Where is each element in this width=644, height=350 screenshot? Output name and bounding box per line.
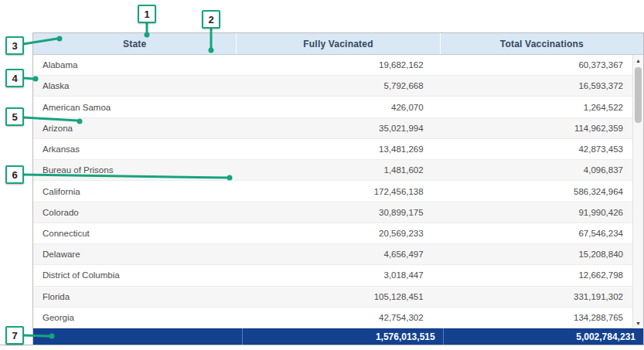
- cell-state: Bureau of Prisons: [33, 165, 233, 175]
- column-header-total-vaccinations[interactable]: Total Vaccinations: [440, 33, 643, 54]
- cell-total-vaccinations: 12,662,798: [433, 270, 632, 280]
- total-row-total-vaccinations: 5,002,784,231: [443, 328, 643, 345]
- table-row[interactable]: Arkansas13,481,26942,873,453: [33, 139, 632, 160]
- cell-fully-vaccinated: 20,569,233: [233, 229, 432, 238]
- annotation-step-4: 4: [5, 69, 24, 87]
- cell-state: Georgia: [33, 313, 233, 322]
- cell-total-vaccinations: 60,373,367: [433, 60, 632, 70]
- column-header-state[interactable]: State: [33, 33, 236, 54]
- table-row[interactable]: American Samoa426,0701,264,522: [33, 97, 632, 117]
- annotation-step-5: 5: [5, 107, 24, 126]
- cell-state: Alaska: [33, 81, 233, 90]
- cell-total-vaccinations: 586,324,964: [433, 187, 632, 196]
- table-row[interactable]: Florida105,128,451331,191,302: [33, 287, 632, 308]
- annotation-step-7: 7: [5, 326, 24, 345]
- table-row[interactable]: District of Columbia3,018,44712,662,798: [33, 265, 632, 286]
- cell-state: Arizona: [33, 124, 233, 133]
- table-body-wrap: Alabama19,682,16260,373,367Alaska5,792,6…: [33, 55, 643, 328]
- cell-state: Alabama: [33, 60, 233, 70]
- scroll-down-icon[interactable]: ▼: [633, 318, 643, 328]
- cell-state: Connecticut: [33, 229, 233, 238]
- cell-fully-vaccinated: 30,899,175: [233, 208, 432, 217]
- cell-total-vaccinations: 4,096,837: [433, 165, 632, 175]
- cell-total-vaccinations: 42,873,453: [433, 144, 632, 154]
- column-header-fully-vaccinated[interactable]: Fully Vacinated: [236, 33, 439, 54]
- cell-state: Florida: [33, 292, 233, 301]
- cell-fully-vaccinated: 19,682,162: [233, 60, 432, 70]
- table-row[interactable]: Delaware4,656,49715,208,840: [33, 244, 632, 265]
- cell-total-vaccinations: 114,962,359: [433, 124, 632, 133]
- cell-fully-vaccinated: 35,021,994: [233, 124, 432, 133]
- table-row[interactable]: California172,456,138586,324,964: [33, 181, 632, 202]
- annotation-step-1: 1: [138, 5, 156, 23]
- cell-total-vaccinations: 67,546,234: [433, 229, 632, 238]
- cell-total-vaccinations: 134,288,765: [433, 313, 632, 322]
- table-body[interactable]: Alabama19,682,16260,373,367Alaska5,792,6…: [33, 55, 632, 328]
- cell-total-vaccinations: 331,191,302: [433, 292, 632, 301]
- panel-bottom-divider: [0, 345, 644, 345]
- annotation-step-3: 3: [5, 36, 24, 55]
- annotation-step-6: 6: [5, 165, 24, 184]
- annotation-step-2: 2: [202, 10, 220, 29]
- cell-state: American Samoa: [33, 103, 233, 112]
- cell-state: California: [33, 187, 233, 196]
- cell-fully-vaccinated: 42,754,302: [233, 313, 432, 322]
- cell-fully-vaccinated: 1,481,602: [233, 165, 432, 175]
- cell-state: District of Columbia: [33, 270, 233, 280]
- cell-fully-vaccinated: 13,481,269: [233, 144, 432, 154]
- table-row[interactable]: Alaska5,792,66816,593,372: [33, 76, 632, 97]
- cell-total-vaccinations: 91,990,426: [433, 208, 632, 217]
- table-total-row: 1,576,013,515 5,002,784,231: [33, 328, 643, 345]
- total-row-fully-vaccinated: 1,576,013,515: [242, 328, 442, 345]
- cell-fully-vaccinated: 3,018,447: [233, 270, 432, 280]
- cell-total-vaccinations: 1,264,522: [433, 103, 632, 112]
- cell-state: Arkansas: [33, 144, 233, 154]
- cell-state: Delaware: [33, 250, 233, 259]
- cell-fully-vaccinated: 105,128,451: [233, 292, 432, 301]
- table-row[interactable]: Alabama19,682,16260,373,367: [33, 55, 632, 76]
- cell-fully-vaccinated: 5,792,668: [233, 81, 432, 90]
- table-row[interactable]: Connecticut20,569,23367,546,234: [33, 223, 632, 244]
- cell-total-vaccinations: 15,208,840: [433, 250, 632, 259]
- cell-total-vaccinations: 16,593,372: [433, 81, 632, 90]
- table-row[interactable]: Arizona35,021,994114,962,359: [33, 118, 632, 139]
- total-row-state-cell: [33, 328, 242, 345]
- scrollbar-thumb[interactable]: [635, 67, 642, 123]
- scroll-up-icon[interactable]: ▲: [633, 55, 643, 66]
- cell-state: Colorado: [33, 208, 233, 217]
- table-row[interactable]: Colorado30,899,17591,990,426: [33, 202, 632, 223]
- dashboard-table-panel: State Fully Vacinated Total Vaccinations…: [0, 0, 644, 350]
- table-header-row: State Fully Vacinated Total Vaccinations: [33, 33, 643, 55]
- vertical-scrollbar[interactable]: ▲ ▼: [632, 55, 643, 328]
- cell-fully-vaccinated: 426,070: [233, 103, 432, 112]
- table-row[interactable]: Bureau of Prisons1,481,6024,096,837: [33, 160, 632, 181]
- cell-fully-vaccinated: 4,656,497: [233, 250, 432, 259]
- table-row[interactable]: Georgia42,754,302134,288,765: [33, 308, 632, 328]
- vaccination-table: State Fully Vacinated Total Vaccinations…: [32, 32, 644, 345]
- cell-fully-vaccinated: 172,456,138: [233, 187, 432, 196]
